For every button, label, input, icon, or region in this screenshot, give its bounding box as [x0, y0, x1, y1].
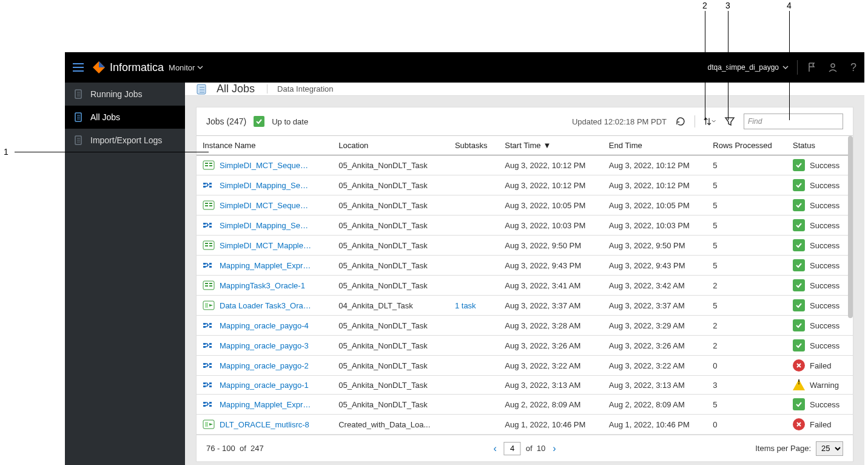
instance-link[interactable]: SimpleDI_MCT_Sequence-2 — [220, 161, 312, 170]
svg-rect-34 — [203, 226, 206, 228]
svg-rect-65 — [203, 385, 206, 387]
instance-link[interactable]: DLT_ORACLE_mutlisrc-8 — [220, 420, 309, 429]
location-cell: 04_Ankita_DLT_Task — [332, 296, 449, 316]
start-cell: Aug 3, 2022, 3:13 AM — [499, 376, 602, 395]
status-label: Success — [810, 400, 839, 409]
menu-icon[interactable] — [70, 59, 87, 76]
svg-rect-59 — [209, 346, 212, 348]
chevron-down-icon — [782, 64, 789, 70]
col-rows[interactable]: Rows Processed — [707, 136, 787, 155]
filter-icon[interactable] — [723, 115, 736, 128]
instance-link[interactable]: Mapping_Mapplet_Expres... — [220, 261, 312, 270]
table-row[interactable]: DLT_ORACLE_mutlisrc-8 Created_with_Data_… — [197, 415, 853, 435]
instance-link[interactable]: SimpleDI_MCT_Sequence-1 — [220, 201, 312, 210]
refresh-icon[interactable] — [674, 115, 687, 128]
end-cell: Aug 3, 2022, 3:26 AM — [603, 336, 707, 356]
instance-link[interactable]: Mapping_oracle_paygo-3 — [220, 341, 309, 350]
callout-3: 3 — [725, 1, 730, 10]
svg-rect-54 — [209, 323, 212, 325]
sidebar-item-import-export-logs[interactable]: Import/Export Logs — [65, 129, 185, 152]
svg-rect-24 — [203, 183, 206, 185]
instance-link[interactable]: Mapping_oracle_paygo-1 — [220, 381, 309, 390]
col-start[interactable]: Start Time▼ — [499, 136, 602, 155]
svg-rect-26 — [209, 183, 212, 185]
scrollbar-thumb[interactable] — [848, 136, 853, 318]
help-icon[interactable]: ? — [847, 61, 860, 73]
divider — [797, 60, 798, 75]
sort-icon[interactable] — [702, 115, 716, 128]
table-row[interactable]: SimpleDI_MCT_Mapplet-1 05_Ankita_NonDLT_… — [197, 236, 853, 256]
svg-point-2 — [831, 64, 835, 67]
table-row[interactable]: SimpleDI_MCT_Sequence-1 05_Ankita_NonDLT… — [197, 195, 853, 216]
svg-rect-41 — [209, 245, 212, 246]
svg-rect-67 — [209, 385, 212, 387]
subtasks-cell[interactable]: 1 task — [449, 296, 499, 316]
instance-link[interactable]: SimpleDI_MCT_Mapplet-1 — [220, 241, 312, 250]
svg-rect-70 — [209, 402, 212, 404]
prev-page-icon[interactable]: ‹ — [491, 442, 499, 455]
find-input[interactable] — [744, 114, 843, 129]
pager-of-pages: of 10 — [526, 444, 546, 453]
page-input[interactable] — [504, 442, 521, 455]
page-tab[interactable]: Data Integration — [267, 84, 334, 93]
col-instance[interactable]: Instance Name — [197, 136, 332, 155]
sidebar-item-running-jobs[interactable]: Running Jobs — [65, 83, 185, 106]
svg-marker-1 — [99, 61, 105, 67]
items-per-page-select[interactable]: 25 — [816, 441, 843, 456]
rows-cell: 2 — [707, 276, 787, 296]
table-row[interactable]: Mapping_Mapplet_Expres... 05_Ankita_NonD… — [197, 395, 853, 415]
job-type-icon — [203, 220, 215, 230]
product-label: Monitor — [169, 63, 195, 72]
instance-link[interactable]: MappingTask3_Oracle-1 — [220, 281, 305, 290]
rows-cell: 0 — [707, 356, 787, 376]
svg-rect-57 — [203, 346, 206, 348]
svg-rect-37 — [203, 241, 214, 249]
table-row[interactable]: MappingTask3_Oracle-1 05_Ankita_NonDLT_T… — [197, 276, 853, 296]
table-row[interactable]: Mapping_oracle_paygo-4 05_Ankita_NonDLT_… — [197, 316, 853, 336]
success-icon — [793, 179, 805, 191]
job-type-icon — [203, 321, 215, 330]
pager: 76 - 100 of 247 ‹ of 10 › Items per Page… — [197, 435, 853, 461]
col-end[interactable]: End Time — [603, 136, 707, 155]
location-cell: 05_Ankita_NonDLT_Task — [332, 395, 449, 415]
sidebar: Running Jobs All Jobs Import/Export Logs — [65, 83, 185, 465]
col-subtasks[interactable]: Subtasks — [449, 136, 499, 155]
instance-link[interactable]: Mapping_Mapplet_Expres... — [220, 400, 312, 409]
table-row[interactable]: SimpleDI_Mapping_Seque... 05_Ankita_NonD… — [197, 175, 853, 195]
instance-link[interactable]: SimpleDI_Mapping_Seque... — [220, 181, 312, 190]
instance-link[interactable]: Mapping_oracle_paygo-4 — [220, 321, 309, 330]
col-location[interactable]: Location — [332, 136, 449, 155]
svg-rect-29 — [205, 203, 208, 204]
user-icon[interactable] — [827, 61, 839, 73]
instance-link[interactable]: Data Loader Task3_Oracle-1 — [220, 301, 312, 310]
svg-rect-42 — [203, 263, 206, 265]
instance-link[interactable]: Mapping_oracle_paygo-2 — [220, 361, 309, 370]
table-row[interactable]: Mapping_Mapplet_Expres... 05_Ankita_NonD… — [197, 256, 853, 276]
table-row[interactable]: Mapping_oracle_paygo-1 05_Ankita_NonDLT_… — [197, 376, 853, 395]
org-selector[interactable]: dtqa_simpe_di_paygo — [708, 63, 789, 72]
table-row[interactable]: Mapping_oracle_paygo-2 05_Ankita_NonDLT_… — [197, 356, 853, 376]
flag-icon[interactable] — [806, 61, 818, 73]
product-switcher[interactable]: Monitor — [169, 63, 203, 72]
subtasks-cell — [449, 336, 499, 356]
table-row[interactable]: Mapping_oracle_paygo-3 05_Ankita_NonDLT_… — [197, 336, 853, 356]
svg-rect-39 — [205, 245, 208, 246]
location-cell: 05_Ankita_NonDLT_Task — [332, 336, 449, 356]
instance-link[interactable]: SimpleDI_Mapping_Seque... — [220, 221, 312, 230]
table-row[interactable]: SimpleDI_Mapping_Seque... 05_Ankita_NonD… — [197, 216, 853, 236]
svg-rect-45 — [209, 266, 212, 268]
svg-rect-47 — [205, 283, 208, 284]
status-label: Success — [810, 181, 839, 190]
table-row[interactable]: SimpleDI_MCT_Sequence-2 05_Ankita_NonDLT… — [197, 155, 853, 175]
next-page-icon[interactable]: › — [550, 442, 558, 455]
location-cell: 05_Ankita_NonDLT_Task — [332, 175, 449, 195]
sidebar-item-all-jobs[interactable]: All Jobs — [65, 106, 185, 129]
table-row[interactable]: Data Loader Task3_Oracle-1 04_Ankita_DLT… — [197, 296, 853, 316]
rows-cell: 2 — [707, 336, 787, 356]
start-cell: Aug 3, 2022, 3:22 AM — [499, 356, 602, 376]
end-cell: Aug 3, 2022, 10:03 PM — [603, 216, 707, 236]
subtasks-cell — [449, 175, 499, 195]
subtasks-cell — [449, 155, 499, 175]
col-status[interactable]: Status — [787, 136, 853, 155]
svg-rect-60 — [203, 363, 206, 365]
